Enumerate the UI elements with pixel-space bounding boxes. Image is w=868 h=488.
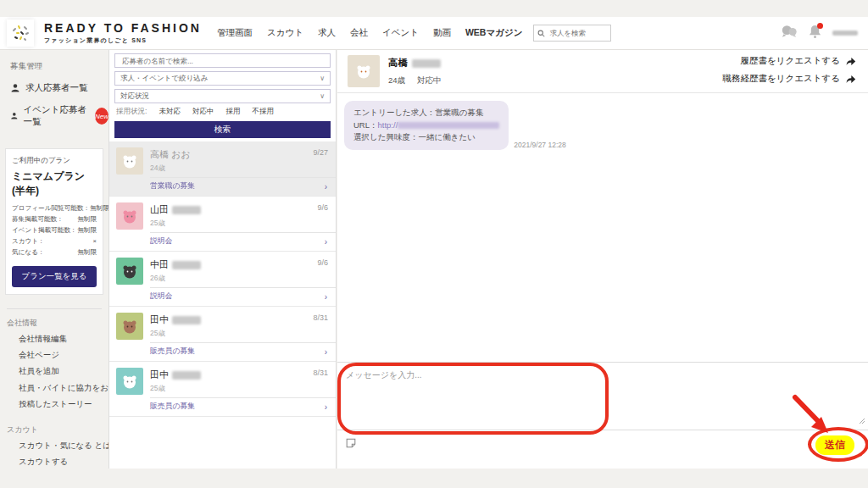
top-header: READY TO FASHION ファッション業界のしごと SNS 管理画面 ス… <box>0 17 868 50</box>
applicant-name: 田中 <box>150 369 201 381</box>
applicant-row[interactable]: 山田 25歳 9/6 説明会 › <box>109 197 336 252</box>
brand[interactable]: READY TO FASHION ファッション業界のしごと SNS <box>44 21 202 45</box>
nav-video[interactable]: 動画 <box>433 27 451 39</box>
message-line: エントリーした求人：営業職の募集 <box>353 107 499 119</box>
plan-card: ご利用中のプラン ミニマムプラン(半年) プロフィール閲覧可能数：無制限 募集掲… <box>5 148 103 295</box>
applicant-name: 中田 <box>150 258 201 271</box>
applicant-row[interactable]: 中田 26歳 9/6 説明会 › <box>109 252 336 307</box>
search-button[interactable]: 検索 <box>114 121 331 138</box>
brand-subtitle: ファッション業界のしごと SNS <box>44 36 202 45</box>
response-status-select[interactable]: 対応状況 ∨ <box>114 89 331 103</box>
nav-event[interactable]: イベント <box>382 27 419 39</box>
redacted-name <box>412 59 441 68</box>
sidebar-section-company-title: 会社情報 <box>7 318 108 329</box>
view-plans-button[interactable]: プラン一覧を見る <box>12 266 97 287</box>
job-search-input[interactable] <box>548 28 602 38</box>
applicant-job-link[interactable]: 説明会 › <box>150 287 336 306</box>
message-input-area <box>337 362 868 430</box>
plan-row-label: プロフィール閲覧可能数： <box>12 203 90 214</box>
sidebar-link-add-staff[interactable]: 社員を追加 <box>19 363 108 379</box>
nav-admin[interactable]: 管理画面 <box>217 27 253 39</box>
applicant-date: 9/27 <box>313 148 328 157</box>
sidebar-item-label: 求人応募者一覧 <box>25 82 88 94</box>
chat-footer: 送信 <box>337 430 868 469</box>
avatar <box>116 258 143 285</box>
applicant-job-link[interactable]: 営業職の募集 › <box>150 177 336 196</box>
share-arrow-icon <box>845 75 856 84</box>
template-note-icon[interactable] <box>345 437 357 452</box>
notifications-icon[interactable] <box>809 25 821 42</box>
plan-row-value: 無制限 <box>90 203 108 214</box>
plan-row-label: イベント掲載可能数： <box>12 225 77 236</box>
brand-title: READY TO FASHION <box>44 21 202 35</box>
avatar <box>116 313 143 340</box>
request-work-history-button[interactable]: 職務経歴書をリクエストする <box>723 73 856 85</box>
sidebar-link-stories[interactable]: 投稿したストーリー <box>19 396 108 412</box>
nav-web-magazine[interactable]: WEBマガジン <box>465 27 522 39</box>
redacted-name <box>172 261 201 269</box>
account-name-redacted[interactable] <box>832 30 858 36</box>
hire-status-filter: 採用状況: 未対応 対応中 採用 不採用 <box>116 107 331 117</box>
message-input[interactable] <box>337 363 868 430</box>
applicant-date: 9/6 <box>317 203 328 212</box>
redacted-name <box>172 316 201 324</box>
avatar <box>116 368 143 395</box>
sidebar-link-scout-do[interactable]: スカウトする <box>19 453 108 469</box>
applicant-name-search[interactable] <box>114 53 331 68</box>
applicant-job-link[interactable]: 販売員の募集 › <box>150 397 336 416</box>
avatar <box>116 147 143 175</box>
nav-scout[interactable]: スカウト <box>267 27 303 39</box>
sidebar-link-company-edit[interactable]: 会社情報編集 <box>19 330 108 347</box>
hire-option-untouched[interactable]: 未対応 <box>159 107 181 117</box>
messages-icon[interactable] <box>781 25 798 42</box>
applicant-row[interactable]: 田中 25歳 8/31 販売員の募集 › <box>109 362 336 417</box>
hire-option-rejected[interactable]: 不採用 <box>252 107 274 117</box>
share-arrow-icon <box>845 57 856 66</box>
hire-option-in-progress[interactable]: 対応中 <box>192 107 214 117</box>
notification-badge <box>817 23 823 29</box>
job-event-filter-value: 求人・イベントで絞り込み <box>120 74 208 84</box>
plan-row-label: 気になる： <box>12 247 45 258</box>
applicant-date: 8/31 <box>313 313 328 322</box>
person-icon <box>10 83 20 93</box>
applicant-job-link[interactable]: 販売員の募集 › <box>150 342 336 361</box>
job-search-box[interactable] <box>533 25 611 42</box>
message-line: URL：http:// <box>353 119 499 132</box>
chat-partner-name: 高橋 <box>388 57 442 69</box>
message-url-link[interactable]: http:// <box>378 120 398 130</box>
chevron-down-icon: ∨ <box>320 75 325 82</box>
plan-row-label: 募集掲載可能数： <box>12 214 64 225</box>
job-event-filter-select[interactable]: 求人・イベントで絞り込み ∨ <box>114 71 331 86</box>
hire-option-hired[interactable]: 採用 <box>225 107 240 117</box>
applicant-name: 田中 <box>150 313 201 326</box>
resize-handle-icon[interactable] <box>859 413 865 428</box>
person-icon <box>10 111 19 121</box>
search-icon <box>537 25 545 41</box>
sidebar-link-staff-help[interactable]: 社員・バイトに協力をお願い <box>19 380 108 396</box>
chevron-down-icon: ∨ <box>320 92 325 100</box>
send-button[interactable]: 送信 <box>815 435 854 455</box>
nav-jobs[interactable]: 求人 <box>318 27 336 39</box>
applicant-filters: 求人・イベントで絞り込み ∨ 対応状況 ∨ 採用状況: 未対応 対応中 採用 不… <box>109 49 336 141</box>
hire-status-label: 採用状況: <box>116 107 147 117</box>
applicant-row[interactable]: 高橋 おお 24歳 9/27 営業職の募集 › <box>109 141 336 197</box>
brand-logo-icon[interactable] <box>7 19 34 47</box>
chat-partner-status: 対応中 <box>417 75 442 86</box>
redacted-url <box>398 122 499 129</box>
sidebar-section-manage-title: 募集管理 <box>10 61 108 72</box>
applicant-row[interactable]: 田中 25歳 8/31 販売員の募集 › <box>109 307 336 362</box>
plan-row-label: スカウト： <box>12 236 45 247</box>
chevron-right-icon: › <box>325 237 327 247</box>
applicant-name-search-input[interactable] <box>120 56 325 66</box>
chat-message-bubble: エントリーした求人：営業職の募集 URL：http:// 選択した興味度：一緒に… <box>344 101 509 150</box>
sidebar-item-label: イベント応募者一覧 <box>24 104 88 128</box>
applicant-job-link[interactable]: 説明会 › <box>150 232 336 251</box>
left-sidebar: 募集管理 求人応募者一覧 イベント応募者一覧 New ご利用中のプラン ミニマム… <box>0 49 108 469</box>
sidebar-item-event-applicants[interactable]: イベント応募者一覧 New <box>10 104 108 128</box>
sidebar-item-job-applicants[interactable]: 求人応募者一覧 <box>10 82 108 94</box>
request-resume-button[interactable]: 履歴書をリクエストする <box>723 55 856 67</box>
nav-company[interactable]: 会社 <box>350 27 368 39</box>
sidebar-link-company-page[interactable]: 会社ページ <box>19 347 108 363</box>
sidebar-link-scout-about[interactable]: スカウト・気になる とは？ <box>19 437 108 453</box>
avatar <box>348 55 380 87</box>
